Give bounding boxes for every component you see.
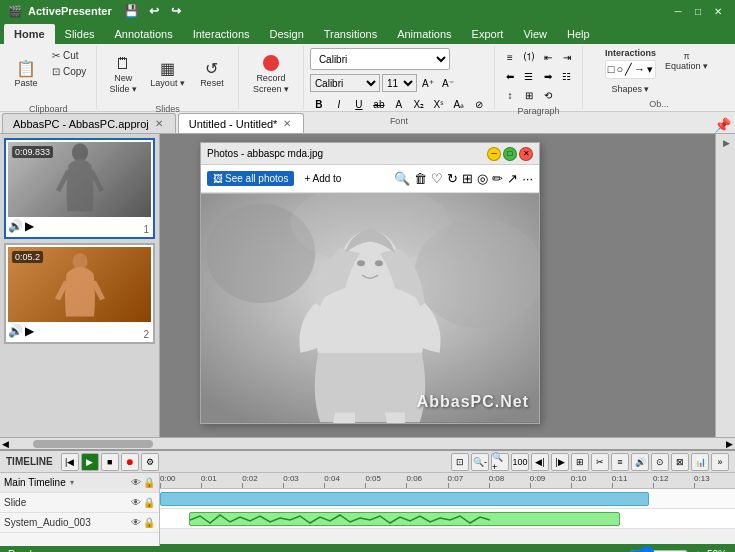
crop-icon[interactable]: ⊞ [462,171,473,186]
layout-button[interactable]: ▦ Layout ▾ [145,48,190,102]
scroll-left-btn[interactable]: ◀ [0,439,11,449]
tl-tool3[interactable]: ⊞ [571,453,589,471]
tl-tool6[interactable]: 🔊 [631,453,649,471]
add-to-button[interactable]: + Add to [298,171,347,186]
align-justify-button[interactable]: ☷ [558,67,576,85]
shapes-button[interactable]: Shapes ▾ [606,81,654,97]
zoom-out-btn[interactable]: 🔍- [471,453,489,471]
photo-win-close[interactable]: ✕ [519,147,533,161]
line-spacing-button[interactable]: ↕ [501,86,519,104]
record-screen-button[interactable]: RecordScreen ▾ [245,48,297,102]
superscript-button[interactable]: Xˢ [430,95,448,113]
decrease-font-btn[interactable]: A⁻ [439,74,457,92]
increase-font-btn[interactable]: A⁺ [419,74,437,92]
clear-format-button[interactable]: ⊘ [470,95,488,113]
timeline-stop-btn[interactable]: ■ [101,453,119,471]
close-button[interactable]: ✕ [709,3,727,19]
qa-undo[interactable]: ↩ [144,1,164,21]
audio-track-bar[interactable] [189,512,620,526]
font-family-select[interactable]: Calibri [310,74,380,92]
tab-slides[interactable]: Slides [55,24,105,44]
shapes-palette[interactable]: □ ○ ╱ → ▾ [605,60,656,79]
reset-button[interactable]: ↺ Reset [192,48,232,102]
decrease-indent-button[interactable]: ⇤ [539,48,557,66]
zoom-fit-btn[interactable]: ⊡ [451,453,469,471]
target-icon[interactable]: ◎ [477,171,488,186]
increase-indent-button[interactable]: ⇥ [558,48,576,66]
copy-button[interactable]: ⊡ Copy [48,64,90,79]
tl-tool5[interactable]: ≡ [611,453,629,471]
scrollbar-thumb[interactable] [33,440,153,448]
subscript-button[interactable]: X₂ [410,95,428,113]
bullets-button[interactable]: ≡ [501,48,519,66]
rotate-icon[interactable]: ↻ [447,171,458,186]
paste-button[interactable]: 📋 Paste [6,48,46,102]
tab-interactions[interactable]: Interactions [183,24,260,44]
equation-button[interactable]: π Equation ▾ [660,48,713,74]
tl-tool9[interactable]: 📊 [691,453,709,471]
heart-icon[interactable]: ♡ [431,171,443,186]
tab-export[interactable]: Export [462,24,514,44]
tab-view[interactable]: View [513,24,557,44]
tab-animations[interactable]: Animations [387,24,461,44]
tab-annotations[interactable]: Annotations [105,24,183,44]
timeline-go-start-btn[interactable]: |◀ [61,453,79,471]
new-slide-button[interactable]: 🗒 NewSlide ▾ [103,48,143,102]
highlight-button[interactable]: Aₐ [450,95,468,113]
qa-redo[interactable]: ↪ [166,1,186,21]
doc-tab-2[interactable]: Untitled - Untitled* ✕ [178,113,305,133]
zoom-in-status-btn[interactable]: + [695,549,701,553]
more-icon[interactable]: ··· [522,171,533,186]
delete-icon[interactable]: 🗑 [414,171,427,186]
qa-save[interactable]: 💾 [122,1,142,21]
cut-button[interactable]: ✂ Cut [48,48,90,63]
slide-track-bar[interactable] [160,492,649,506]
slide-track-eye[interactable]: 👁 [131,497,141,508]
scroll-right-btn[interactable]: ▶ [724,439,735,449]
timeline-settings-btn[interactable]: ⚙ [141,453,159,471]
timeline-dropdown-arrow[interactable]: ▾ [70,478,74,487]
maximize-button[interactable]: □ [689,3,707,19]
font-size-select[interactable]: 11 [382,74,417,92]
photo-win-maximize[interactable]: □ [503,147,517,161]
align-center-button[interactable]: ☰ [520,67,538,85]
minimize-button[interactable]: ─ [669,3,687,19]
zoom-out-status-btn[interactable]: − [617,549,623,553]
doc-tabs-pin-icon[interactable]: 📌 [714,117,731,133]
right-panel-handle[interactable]: ▶ [721,138,731,148]
timeline-play-btn[interactable]: ▶ [81,453,99,471]
tl-tool4[interactable]: ✂ [591,453,609,471]
tab-transitions[interactable]: Transitions [314,24,387,44]
italic-button[interactable]: I [330,95,348,113]
slide-track-lock[interactable]: 🔒 [143,497,155,508]
zoom-100-btn[interactable]: 100 [511,453,529,471]
zoom-in-btn[interactable]: 🔍+ [491,453,509,471]
strikethrough-button[interactable]: ab [370,95,388,113]
audio-track-eye[interactable]: 👁 [131,517,141,528]
photo-win-minimize[interactable]: ─ [487,147,501,161]
doc-tab-2-close[interactable]: ✕ [281,118,293,130]
zoom-in-icon[interactable]: 🔍 [394,171,410,186]
tab-help[interactable]: Help [557,24,600,44]
columns-button[interactable]: ⊞ [520,86,538,104]
slide-thumb-2[interactable]: 0:05.2 🔊 ▶ 2 [4,243,155,344]
numbering-button[interactable]: ⑴ [520,48,538,66]
edit-icon[interactable]: ✏ [492,171,503,186]
tl-tool8[interactable]: ⊠ [671,453,689,471]
text-direction-button[interactable]: ⟲ [539,86,557,104]
doc-tab-1-close[interactable]: ✕ [153,118,165,130]
tl-expand-btn[interactable]: » [711,453,729,471]
tab-home[interactable]: Home [4,24,55,44]
tl-tool2[interactable]: |▶ [551,453,569,471]
doc-tab-1[interactable]: AbbasPC - AbbasPC.approj ✕ [2,113,176,133]
underline-button[interactable]: U [350,95,368,113]
slide-thumb-1[interactable]: 0:09.833 🔊 ▶ 1 [4,138,155,239]
font-color-button[interactable]: A [390,95,408,113]
tl-tool1[interactable]: ◀| [531,453,549,471]
bold-button[interactable]: B [310,95,328,113]
audio-track-lock[interactable]: 🔒 [143,517,155,528]
font-name-select[interactable]: Calibri [310,48,450,70]
track-lock-icon[interactable]: 🔒 [143,477,155,488]
align-left-button[interactable]: ⬅ [501,67,519,85]
tab-design[interactable]: Design [260,24,314,44]
